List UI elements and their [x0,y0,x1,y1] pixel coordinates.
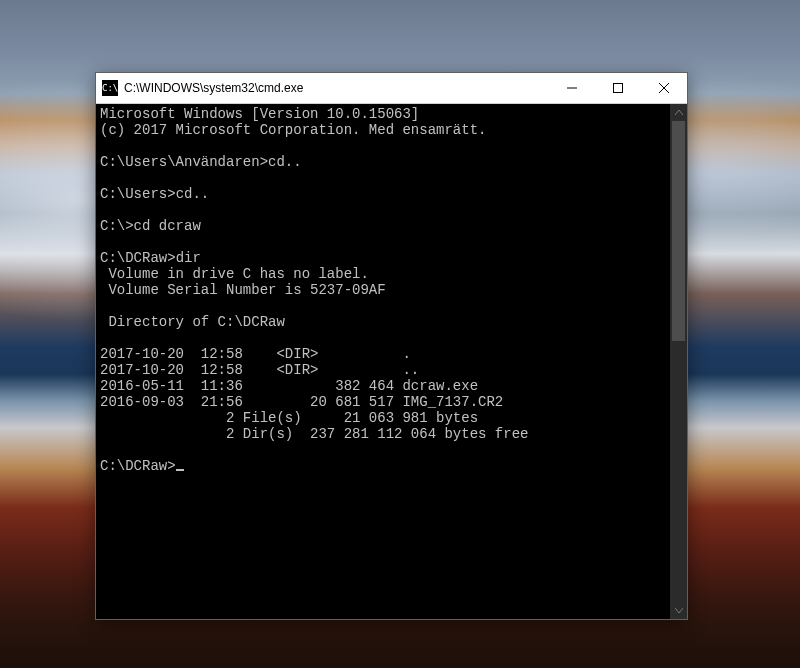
scroll-thumb[interactable] [672,121,685,341]
dir-entry: 2017-10-20 12:58 <DIR> .. [100,362,419,378]
window-title: C:\WINDOWS\system32\cmd.exe [124,81,303,95]
dir-of: Directory of C:\DCRaw [100,314,285,330]
client-area: Microsoft Windows [Version 10.0.15063] (… [96,104,687,619]
cmd-window: C:\ C:\WINDOWS\system32\cmd.exe Microsof… [95,72,688,620]
dir-entry: 2016-05-11 11:36 382 464 dcraw.exe [100,378,478,394]
dir-volume: Volume in drive C has no label. [100,266,369,282]
copyright-line: (c) 2017 Microsoft Corporation. Med ensa… [100,122,486,138]
cmd-icon: C:\ [102,80,118,96]
version-line: Microsoft Windows [Version 10.0.15063] [100,106,419,122]
svg-rect-1 [614,84,623,93]
minimize-button[interactable] [549,73,595,103]
close-button[interactable] [641,73,687,103]
scroll-up-button[interactable] [670,104,687,121]
prompt-line: C:\Users\Användaren>cd.. [100,154,302,170]
scrollbar[interactable] [670,104,687,619]
dir-entry: 2017-10-20 12:58 <DIR> . [100,346,411,362]
cursor [176,469,184,471]
final-prompt: C:\DCRaw> [100,458,176,474]
dir-entry: 2016-09-03 21:56 20 681 517 IMG_7137.CR2 [100,394,503,410]
scroll-down-button[interactable] [670,602,687,619]
maximize-button[interactable] [595,73,641,103]
prompt-line: C:\>cd dcraw [100,218,201,234]
terminal-output[interactable]: Microsoft Windows [Version 10.0.15063] (… [96,104,670,619]
prompt-line: C:\Users>cd.. [100,186,209,202]
titlebar[interactable]: C:\ C:\WINDOWS\system32\cmd.exe [96,73,687,103]
dir-summary-dirs: 2 Dir(s) 237 281 112 064 bytes free [100,426,528,442]
prompt-line: C:\DCRaw>dir [100,250,201,266]
dir-summary-files: 2 File(s) 21 063 981 bytes [100,410,478,426]
dir-serial: Volume Serial Number is 5237-09AF [100,282,386,298]
